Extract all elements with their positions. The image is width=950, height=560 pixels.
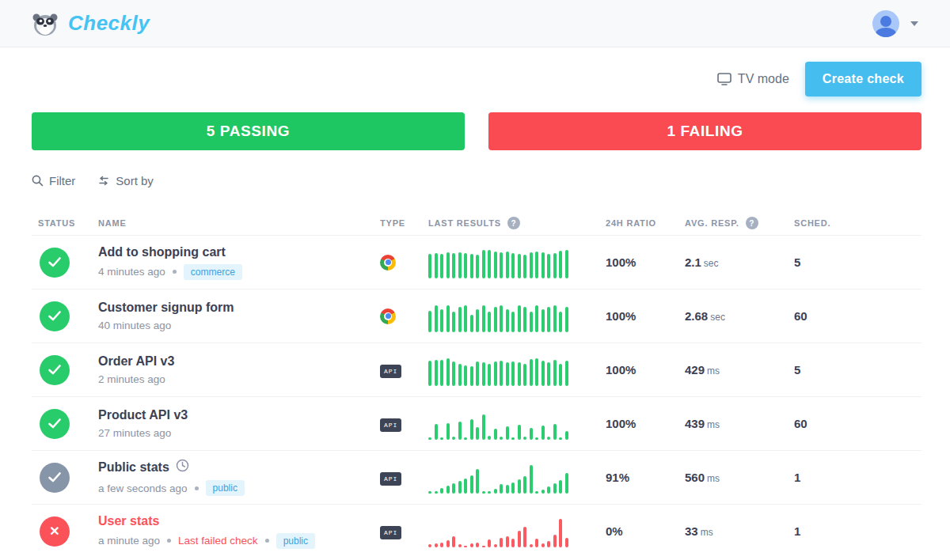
chevron-down-icon[interactable]: [910, 21, 918, 26]
result-bar: [559, 251, 562, 278]
check-name: Product API v3: [98, 408, 380, 422]
status-banners: 5 PASSING 1 FAILING: [32, 112, 922, 150]
avg-resp-unit: sec: [710, 312, 725, 323]
sched-cell: 1: [794, 524, 922, 538]
sched-cell: 60: [794, 309, 922, 323]
check-last-run-time: 4 minutes ago: [98, 266, 165, 278]
result-bar: [428, 544, 431, 547]
brand-logo[interactable]: Checkly: [32, 11, 150, 36]
filter-sort-toolbar: Filter Sort by: [32, 174, 922, 187]
tv-mode-button[interactable]: TV mode: [717, 72, 789, 86]
check-subline: 40 minutes ago: [98, 320, 380, 331]
check-subline: a few seconds agopublic: [98, 480, 380, 496]
tag-chip[interactable]: public: [276, 533, 315, 549]
result-bar: [530, 465, 533, 494]
chrome-browser-icon: [380, 255, 396, 271]
result-bar: [440, 488, 443, 494]
result-bar: [494, 361, 497, 386]
result-bar: [547, 486, 550, 494]
result-bar: [488, 491, 491, 494]
passing-banner[interactable]: 5 PASSING: [32, 112, 465, 150]
result-bar: [553, 535, 557, 547]
avg-resp-help-icon[interactable]: ?: [746, 217, 758, 229]
avg-resp-cell: 2.1sec: [685, 255, 794, 270]
name-cell: Order API v32 minutes ago: [98, 354, 380, 385]
sort-icon: [97, 176, 110, 187]
search-icon: [32, 175, 44, 187]
user-avatar[interactable]: [872, 10, 899, 37]
tag-chip[interactable]: public: [206, 480, 245, 496]
result-bar: [506, 362, 509, 386]
check-row[interactable]: Product API v327 minutes agoAPI100%439ms…: [32, 396, 922, 450]
result-bar: [523, 364, 526, 386]
result-bar: [446, 423, 450, 440]
sort-by-label: Sort by: [116, 174, 154, 187]
result-bar: [488, 364, 491, 386]
column-sched: SCHED.: [794, 218, 922, 228]
check-name-label: Public stats: [98, 460, 169, 475]
result-bar: [506, 485, 509, 494]
result-bar: [553, 360, 557, 386]
sort-by-button[interactable]: Sort by: [97, 174, 154, 187]
check-row[interactable]: ✕User statsa minute agoLast failed check…: [32, 504, 922, 558]
last-failed-check-link[interactable]: Last failed check: [178, 535, 258, 547]
avg-resp-value: 439: [685, 417, 705, 430]
result-bar: [482, 414, 485, 440]
result-bar: [488, 250, 491, 278]
check-row[interactable]: Customer signup form40 minutes ago100%2.…: [32, 289, 922, 342]
result-bar: [559, 480, 562, 494]
result-bar: [542, 426, 545, 440]
avg-resp-value: 33: [685, 524, 698, 538]
filter-button[interactable]: Filter: [32, 174, 75, 187]
result-bar: [506, 536, 509, 547]
name-cell: Product API v327 minutes ago: [98, 408, 380, 439]
check-name-label: User stats: [98, 514, 159, 528]
result-bar: [458, 422, 462, 440]
check-row[interactable]: Public statsa few seconds agopublicAPI91…: [32, 450, 922, 504]
result-bar: [482, 546, 485, 547]
sched-cell: 1: [794, 471, 922, 484]
result-bar: [458, 481, 462, 494]
failing-banner[interactable]: 1 FAILING: [488, 112, 922, 150]
result-bar: [476, 255, 479, 278]
result-bar: [523, 255, 526, 278]
result-bar: [458, 544, 462, 547]
result-bar: [435, 305, 438, 332]
tag-chip[interactable]: commerce: [184, 264, 242, 280]
result-bar: [464, 365, 467, 386]
ratio-cell: 0%: [606, 524, 685, 538]
last-results-chart: [428, 354, 579, 386]
last-results-help-icon[interactable]: ?: [507, 217, 520, 229]
bullet-separator: [173, 270, 177, 274]
result-bar: [523, 437, 526, 440]
account-menu[interactable]: [872, 10, 918, 37]
api-type-badge: API: [380, 472, 401, 486]
result-bar: [452, 312, 455, 332]
check-row[interactable]: Order API v32 minutes agoAPI100%429ms5: [32, 342, 922, 396]
check-last-run-time: 40 minutes ago: [98, 320, 171, 331]
result-bar: [428, 491, 431, 494]
result-bar: [446, 540, 450, 547]
raccoon-logo-icon: [32, 11, 59, 36]
result-bar: [535, 491, 538, 494]
result-bar: [470, 543, 473, 547]
result-bar: [565, 250, 568, 278]
result-bar: [458, 364, 462, 386]
result-bar: [542, 361, 545, 386]
result-bar: [559, 519, 562, 547]
result-bar: [440, 360, 443, 386]
result-bar: [482, 362, 485, 386]
result-bar: [547, 254, 550, 278]
api-type-badge: API: [380, 418, 401, 432]
avg-resp-value: 2.68: [685, 309, 708, 323]
avg-resp-value: 560: [685, 471, 705, 484]
check-name: Order API v3: [98, 354, 380, 369]
avg-resp-unit: ms: [701, 527, 713, 538]
check-row[interactable]: Add to shopping cart4 minutes agocommerc…: [32, 235, 922, 289]
create-check-button[interactable]: Create check: [805, 62, 922, 96]
result-bar: [500, 305, 503, 332]
check-name-label: Customer signup form: [98, 301, 234, 315]
result-bar: [500, 252, 503, 278]
column-last-results: LAST RESULTS ?: [428, 217, 606, 229]
result-bar: [452, 361, 455, 386]
